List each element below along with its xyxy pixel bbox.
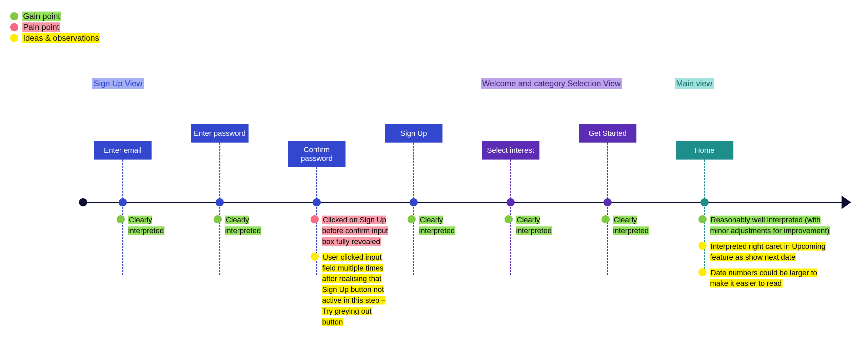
notes-select-interest: Clearly interpreted — [505, 215, 574, 241]
dot-icon — [698, 268, 707, 276]
notes-confirm-password: Clicked on Sign Up before confirm input … — [311, 215, 390, 332]
legend-label: Gain point — [22, 12, 61, 21]
timeline-node-icon — [507, 198, 515, 206]
note: Clearly interpreted — [505, 215, 574, 236]
note-text: Interpreted right caret in Upcoming feat… — [710, 242, 826, 261]
timeline-node-icon — [313, 198, 321, 206]
timeline-node-icon — [604, 198, 612, 206]
step-home: Home — [657, 0, 752, 160]
step-enter-email: Enter email — [75, 0, 170, 160]
note-text: Clearly interpreted — [225, 216, 261, 235]
note: Clearly interpreted — [601, 215, 671, 236]
note: Clearly interpreted — [117, 215, 186, 236]
dot-icon — [10, 23, 18, 31]
note: Date numbers could be larger to make it … — [698, 267, 831, 289]
legend-label: Pain point — [22, 22, 60, 32]
note-text: Clearly interpreted — [128, 216, 164, 235]
step-box: Sign Up — [385, 124, 442, 143]
note-text: Reasonably well interpreted (with minor … — [710, 216, 830, 235]
timeline-node-icon — [216, 198, 224, 206]
step-box: Confirm password — [288, 141, 346, 167]
note: Reasonably well interpreted (with minor … — [698, 215, 831, 236]
notes-enter-password: Clearly interpreted — [214, 215, 283, 241]
notes-enter-email: Clearly interpreted — [117, 215, 186, 241]
timeline-node-icon — [119, 198, 127, 206]
notes-get-started: Clearly interpreted — [601, 215, 671, 241]
step-get-started: Get Started — [560, 0, 655, 143]
dot-icon — [698, 215, 707, 223]
note-text: Clicked on Sign Up before confirm input … — [322, 216, 388, 246]
timeline-node-icon — [410, 198, 418, 206]
step-box: Enter email — [94, 141, 152, 160]
notes-sign-up: Clearly interpreted — [408, 215, 477, 241]
dot-icon — [117, 215, 125, 223]
dot-icon — [10, 12, 18, 20]
timeline-axis — [81, 202, 845, 203]
note-text: Clearly interpreted — [419, 216, 455, 235]
dot-icon — [311, 215, 319, 223]
note-text: Clearly interpreted — [613, 216, 649, 235]
note-text: User clicked input field multiple times … — [322, 253, 386, 326]
note-text: Clearly interpreted — [516, 216, 552, 235]
note: Clearly interpreted — [214, 215, 283, 236]
dot-icon — [505, 215, 513, 223]
notes-home: Reasonably well interpreted (with minor … — [698, 215, 831, 294]
dot-icon — [408, 215, 416, 223]
arrow-right-icon — [842, 196, 851, 209]
timeline-node-icon — [701, 198, 709, 206]
step-select-interest: Select interest — [463, 0, 558, 160]
step-sign-up: Sign Up — [366, 0, 461, 143]
step-enter-password: Enter password — [172, 0, 267, 143]
dot-icon — [10, 34, 18, 42]
note: Clearly interpreted — [408, 215, 477, 236]
step-confirm-password: Confirm password — [269, 0, 364, 167]
dot-icon — [311, 253, 319, 261]
step-box: Select interest — [482, 141, 539, 160]
note: Interpreted right caret in Upcoming feat… — [698, 241, 831, 263]
step-box: Home — [676, 141, 733, 160]
dot-icon — [601, 215, 610, 223]
step-box: Get Started — [579, 124, 636, 143]
dot-icon — [214, 215, 222, 223]
note: Clicked on Sign Up before confirm input … — [311, 215, 390, 247]
dot-icon — [698, 242, 707, 250]
note-text: Date numbers could be larger to make it … — [710, 269, 817, 288]
step-box: Enter password — [191, 124, 249, 143]
note: User clicked input field multiple times … — [311, 252, 390, 328]
